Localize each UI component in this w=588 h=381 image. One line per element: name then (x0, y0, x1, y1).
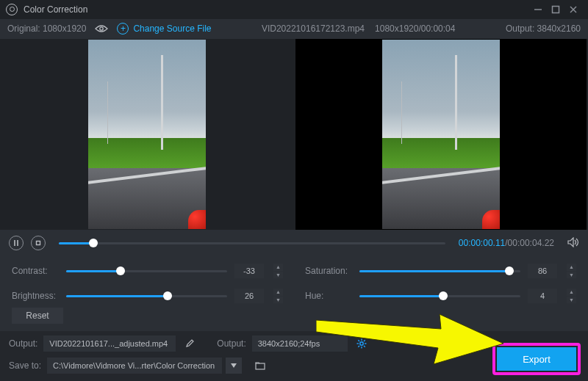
output-section: Output: VID2022101617..._adjusted.mp4 Ou… (0, 331, 588, 381)
adjustment-sliders: Contrast: -33 ▲▼ Saturation: 86 ▲▼ Brigh… (0, 256, 588, 308)
output-file-label: Output: (9, 338, 37, 349)
chevron-down-icon[interactable]: ▼ (566, 297, 576, 304)
settings-icon[interactable] (354, 335, 370, 352)
chevron-up-icon[interactable]: ▲ (273, 289, 283, 297)
hue-slider[interactable] (359, 290, 520, 302)
hue-row: Hue: 4 ▲▼ (305, 289, 576, 303)
preview-area (0, 39, 588, 230)
edit-filename-icon[interactable] (182, 335, 198, 352)
svg-rect-1 (553, 6, 559, 12)
export-button[interactable]: Export (497, 347, 576, 371)
change-source-button[interactable]: + Change Source File (117, 23, 211, 35)
seek-fill (59, 242, 93, 244)
svg-line-15 (364, 340, 365, 341)
stop-button[interactable] (31, 236, 46, 250)
seek-knob[interactable] (89, 239, 98, 247)
minimize-button[interactable] (529, 1, 547, 18)
brightness-row: Brightness: 26 ▲▼ (12, 289, 283, 303)
playback-time: 00:00:00.11/00:00:04.22 (459, 238, 554, 248)
titlebar: Color Correction (0, 0, 588, 19)
svg-point-8 (360, 342, 363, 345)
volume-icon[interactable] (567, 237, 579, 250)
reset-button[interactable]: Reset (12, 308, 63, 324)
time-current: 00:00:00.11 (459, 238, 505, 248)
brightness-slider[interactable] (66, 290, 227, 302)
info-bar: Original: 1080x1920 + Change Source File… (0, 19, 588, 39)
original-preview (1, 39, 293, 230)
saturation-slider[interactable] (359, 265, 520, 277)
source-meta: 1080x1920/00:00:04 (375, 23, 455, 34)
svg-line-14 (364, 346, 365, 347)
contrast-slider[interactable] (66, 265, 227, 277)
chevron-up-icon[interactable]: ▲ (566, 264, 576, 272)
time-total: 00:00:04.22 (508, 238, 554, 248)
output-format-label: Output: (217, 338, 245, 349)
chevron-down-icon[interactable]: ▼ (273, 272, 283, 279)
output-resolution-label: Output: 3840x2160 (506, 23, 581, 34)
saturation-value[interactable]: 86 (528, 264, 557, 278)
playback-controls: 00:00:00.11/00:00:04.22 (0, 230, 588, 256)
output-preview (295, 39, 587, 230)
seek-slider[interactable] (59, 236, 445, 250)
saveto-label: Save to: (9, 360, 41, 371)
chevron-up-icon[interactable]: ▲ (273, 264, 283, 272)
saveto-field[interactable]: C:\Vidmore\Vidmore Vi...rter\Color Corre… (47, 358, 222, 374)
export-label: Export (523, 354, 551, 365)
preview-toggle-icon[interactable] (95, 24, 108, 33)
open-folder-icon[interactable] (252, 358, 268, 374)
saveto-dropdown[interactable] (226, 358, 242, 374)
original-resolution-label: Original: 1080x1920 (7, 23, 86, 34)
svg-rect-18 (256, 363, 265, 369)
window-title: Color Correction (24, 4, 87, 15)
pause-button[interactable] (9, 236, 24, 250)
chevron-down-icon[interactable]: ▼ (566, 272, 576, 279)
chevron-down-icon[interactable]: ▼ (273, 297, 283, 304)
contrast-stepper[interactable]: ▲▼ (273, 264, 283, 278)
chevron-up-icon[interactable]: ▲ (566, 289, 576, 297)
contrast-label: Contrast: (12, 266, 59, 276)
brightness-stepper[interactable]: ▲▼ (273, 289, 283, 303)
svg-line-13 (358, 340, 359, 341)
brightness-label: Brightness: (12, 291, 59, 301)
svg-rect-7 (37, 242, 40, 245)
hue-stepper[interactable]: ▲▼ (566, 289, 576, 303)
svg-line-16 (358, 346, 359, 347)
svg-point-4 (100, 27, 103, 30)
svg-marker-17 (231, 363, 237, 368)
maximize-button[interactable] (547, 1, 564, 18)
contrast-value[interactable]: -33 (234, 264, 264, 278)
saturation-row: Saturation: 86 ▲▼ (305, 264, 576, 278)
change-source-label: Change Source File (133, 23, 211, 34)
saturation-label: Saturation: (305, 266, 352, 276)
hue-label: Hue: (305, 291, 352, 301)
brightness-value[interactable]: 26 (234, 289, 264, 303)
saturation-stepper[interactable]: ▲▼ (566, 264, 576, 278)
output-format-field[interactable]: 3840x2160;24fps (252, 335, 348, 352)
hue-value[interactable]: 4 (528, 289, 557, 303)
app-icon (6, 4, 18, 15)
source-filename: VID20221016172123.mp4 (262, 23, 365, 34)
reset-label: Reset (26, 311, 49, 321)
plus-icon: + (117, 23, 129, 35)
contrast-row: Contrast: -33 ▲▼ (12, 264, 283, 278)
output-file-field[interactable]: VID2022101617..._adjusted.mp4 (43, 335, 176, 352)
close-button[interactable] (564, 1, 582, 18)
